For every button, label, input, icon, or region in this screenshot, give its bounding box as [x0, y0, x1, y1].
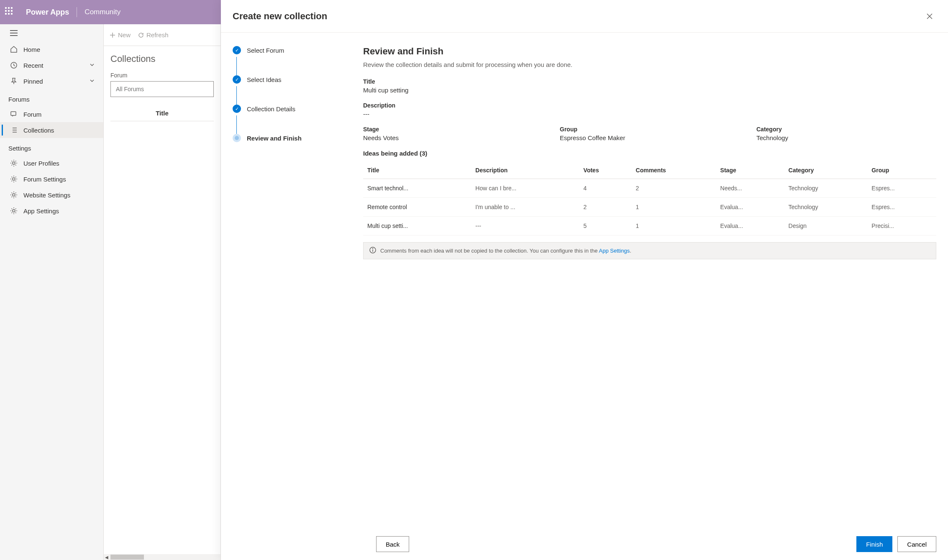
nav-forum-settings[interactable]: Forum Settings — [0, 171, 103, 187]
waffle-icon[interactable] — [5, 7, 15, 17]
stage-value: Needs Votes — [363, 134, 543, 141]
nav-collections[interactable]: Collections — [0, 122, 103, 138]
nav-app-settings[interactable]: App Settings — [0, 203, 103, 219]
nav-label: User Profiles — [23, 160, 59, 167]
svg-rect-4 — [11, 112, 16, 115]
description-label: Description — [363, 102, 936, 109]
hamburger-icon[interactable] — [0, 24, 103, 41]
chevron-down-icon — [89, 78, 95, 85]
nav-section-settings: Settings — [0, 138, 103, 155]
nav-website-settings[interactable]: Website Settings — [0, 187, 103, 203]
gear-icon — [10, 207, 18, 215]
title-label: Title — [363, 78, 936, 85]
gear-icon — [10, 175, 18, 183]
forum-select-input[interactable] — [110, 81, 214, 97]
nav-section-forums: Forums — [0, 89, 103, 106]
nav-label: Home — [23, 46, 40, 53]
panel-title: Collections — [110, 54, 214, 64]
description-value: --- — [363, 110, 936, 118]
wizard-nav: ✓ Select Forum ✓ Select Ideas ✓ Collecti… — [221, 33, 363, 528]
ideas-being-added-label: Ideas being added (3) — [363, 150, 936, 157]
pin-icon — [10, 77, 18, 85]
wizard-step-select-ideas[interactable]: ✓ Select Ideas — [233, 75, 351, 84]
back-button[interactable]: Back — [376, 536, 409, 552]
step-bullet-done-icon: ✓ — [233, 105, 241, 113]
refresh-button[interactable]: Refresh — [138, 31, 169, 38]
new-button[interactable]: New — [110, 31, 131, 38]
table-cell: Multi cup setti... — [363, 217, 471, 235]
table-cell: 1 — [632, 198, 716, 217]
table-cell: Needs... — [716, 179, 784, 198]
info-banner: Comments from each idea will not be copi… — [363, 242, 936, 259]
table-cell: Evalua... — [716, 217, 784, 235]
nav-label: Collections — [23, 127, 54, 134]
wizard-step-collection-details[interactable]: ✓ Collection Details — [233, 105, 351, 113]
finish-button[interactable]: Finish — [856, 536, 892, 552]
nav-pinned[interactable]: Pinned — [0, 73, 103, 89]
chevron-down-icon — [89, 62, 95, 69]
clock-icon — [10, 61, 18, 69]
collections-col-title: Title — [110, 105, 214, 121]
nav-label: Forum — [23, 111, 41, 118]
refresh-label: Refresh — [146, 31, 169, 38]
table-cell: Design — [784, 217, 868, 235]
col-description[interactable]: Description — [471, 162, 579, 179]
nav-label: Pinned — [23, 78, 43, 85]
forum-icon — [10, 110, 18, 118]
table-cell: 4 — [579, 179, 632, 198]
wizard-step-select-forum[interactable]: ✓ Select Forum — [233, 46, 351, 54]
step-bullet-current-icon — [233, 134, 241, 142]
nav-label: Recent — [23, 62, 44, 69]
svg-point-11 — [13, 162, 15, 164]
nav-forum[interactable]: Forum — [0, 106, 103, 122]
ideas-table: Title Description Votes Comments Stage C… — [363, 162, 936, 235]
table-cell: Evalua... — [716, 198, 784, 217]
svg-point-21 — [373, 248, 373, 249]
nav-user-profiles[interactable]: User Profiles — [0, 155, 103, 171]
close-button[interactable] — [923, 10, 936, 23]
table-row[interactable]: Smart technol...How can I bre...42Needs.… — [363, 179, 936, 198]
review-subheading: Review the collection details and submit… — [363, 61, 936, 68]
forum-label: Forum — [110, 72, 214, 79]
create-collection-panel: Create new collection ✓ Select Forum ✓ S… — [221, 0, 948, 560]
scroll-thumb[interactable] — [110, 555, 144, 560]
table-cell: Espres... — [867, 198, 936, 217]
nav-label: App Settings — [23, 207, 59, 215]
nav-home[interactable]: Home — [0, 41, 103, 57]
wizard-content: Review and Finish Review the collection … — [363, 33, 948, 528]
table-cell: 1 — [632, 217, 716, 235]
app-settings-link[interactable]: App Settings — [599, 248, 630, 254]
col-stage[interactable]: Stage — [716, 162, 784, 179]
cancel-button[interactable]: Cancel — [897, 536, 936, 552]
table-row[interactable]: Multi cup setti...---51Evalua...DesignPr… — [363, 217, 936, 235]
category-label: Category — [756, 126, 936, 133]
group-label: Group — [560, 126, 740, 133]
table-cell: Technology — [784, 198, 868, 217]
info-text-content: Comments from each idea will not be copi… — [380, 248, 599, 254]
col-group[interactable]: Group — [867, 162, 936, 179]
modal-footer: Back Finish Cancel — [221, 528, 948, 560]
wizard-step-review-finish[interactable]: Review and Finish — [233, 134, 351, 142]
left-rail: Home Recent Pinned Forums Forum Collecti… — [0, 24, 104, 560]
nav-label: Website Settings — [23, 192, 70, 199]
svg-point-14 — [13, 210, 15, 212]
col-category[interactable]: Category — [784, 162, 868, 179]
svg-point-12 — [13, 178, 15, 180]
nav-recent[interactable]: Recent — [0, 57, 103, 73]
scroll-left-icon[interactable]: ◀ — [104, 555, 110, 560]
new-label: New — [118, 31, 131, 38]
gear-icon — [10, 191, 18, 199]
col-comments[interactable]: Comments — [632, 162, 716, 179]
table-cell: I'm unable to ... — [471, 198, 579, 217]
home-icon — [10, 46, 18, 53]
group-value: Espresso Coffee Maker — [560, 134, 740, 141]
col-title[interactable]: Title — [363, 162, 471, 179]
list-icon — [10, 126, 18, 134]
header-section[interactable]: Community — [85, 8, 120, 16]
horizontal-scrollbar[interactable]: ◀ — [104, 554, 220, 560]
table-row[interactable]: Remote controlI'm unable to ...21Evalua.… — [363, 198, 936, 217]
col-votes[interactable]: Votes — [579, 162, 632, 179]
table-cell: Precisi... — [867, 217, 936, 235]
modal-title: Create new collection — [233, 11, 923, 22]
modal-header: Create new collection — [221, 0, 948, 33]
